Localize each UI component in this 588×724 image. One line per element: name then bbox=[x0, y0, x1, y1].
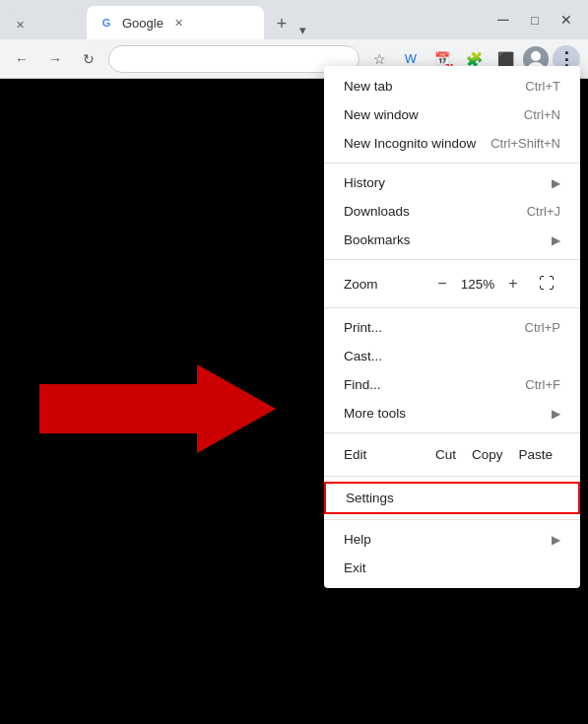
find-label: Find... bbox=[344, 377, 381, 392]
forward-button[interactable]: → bbox=[41, 45, 69, 73]
divider-5 bbox=[324, 476, 580, 477]
refresh-button[interactable]: ↻ bbox=[75, 45, 102, 73]
incognito-label: New Incognito window bbox=[344, 136, 476, 151]
bookmarks-arrow-icon: ▶ bbox=[552, 233, 560, 247]
zoom-label: Zoom bbox=[344, 277, 428, 292]
tab-close-btn[interactable]: ✕ bbox=[171, 15, 187, 31]
zoom-value: 125% bbox=[456, 277, 499, 292]
copy-button[interactable]: Copy bbox=[464, 443, 511, 466]
new-window-shortcut: Ctrl+N bbox=[524, 107, 560, 122]
help-label: Help bbox=[344, 532, 371, 547]
minimize-button[interactable]: ─ bbox=[493, 10, 513, 30]
close-button[interactable]: ✕ bbox=[556, 10, 576, 30]
menu-item-cast[interactable]: Cast... bbox=[324, 342, 580, 370]
inactive-tab-close[interactable]: ✕ bbox=[16, 19, 25, 32]
cut-button[interactable]: Cut bbox=[427, 443, 464, 466]
new-window-label: New window bbox=[344, 107, 419, 122]
history-arrow-icon: ▶ bbox=[552, 176, 560, 190]
divider-1 bbox=[324, 163, 580, 164]
divider-3 bbox=[324, 307, 580, 308]
zoom-minus-button[interactable]: − bbox=[428, 270, 456, 297]
red-arrow bbox=[39, 364, 276, 457]
tab-favicon: G bbox=[98, 15, 114, 31]
tab-bar: ✕ G Google ✕ + ▾ bbox=[8, 0, 490, 39]
downloads-shortcut: Ctrl+J bbox=[527, 204, 560, 219]
edit-row: Edit Cut Copy Paste bbox=[324, 438, 580, 471]
paste-button[interactable]: Paste bbox=[510, 443, 560, 466]
menu-item-help[interactable]: Help ▶ bbox=[324, 525, 580, 554]
zoom-plus-button[interactable]: + bbox=[499, 270, 527, 297]
cast-label: Cast... bbox=[344, 349, 382, 363]
menu-item-downloads[interactable]: Downloads Ctrl+J bbox=[324, 197, 580, 226]
new-tab-button[interactable]: + bbox=[268, 10, 295, 37]
window-controls: ─ □ ✕ bbox=[493, 10, 580, 30]
inactive-tab[interactable]: ✕ bbox=[8, 10, 87, 39]
browser-chrome: ✕ G Google ✕ + ▾ ─ □ ✕ bbox=[0, 0, 588, 39]
help-arrow-icon: ▶ bbox=[552, 533, 560, 547]
tab-title: Google bbox=[122, 16, 163, 31]
tab-dropdown-icon[interactable]: ▾ bbox=[299, 23, 306, 37]
context-menu: New tab Ctrl+T New window Ctrl+N New Inc… bbox=[324, 66, 580, 588]
divider-6 bbox=[324, 519, 580, 520]
zoom-row: Zoom − 125% + ⛶ bbox=[324, 265, 580, 302]
menu-item-history[interactable]: History ▶ bbox=[324, 168, 580, 197]
downloads-label: Downloads bbox=[344, 204, 410, 219]
divider-2 bbox=[324, 259, 580, 260]
divider-4 bbox=[324, 432, 580, 433]
more-tools-label: More tools bbox=[344, 406, 406, 421]
menu-item-bookmarks[interactable]: Bookmarks ▶ bbox=[324, 226, 580, 254]
history-label: History bbox=[344, 175, 385, 190]
maximize-button[interactable]: □ bbox=[525, 10, 545, 30]
menu-item-print[interactable]: Print... Ctrl+P bbox=[324, 313, 580, 342]
new-tab-label: New tab bbox=[344, 79, 393, 94]
menu-item-new-window[interactable]: New window Ctrl+N bbox=[324, 100, 580, 129]
menu-item-find[interactable]: Find... Ctrl+F bbox=[324, 370, 580, 399]
incognito-shortcut: Ctrl+Shift+N bbox=[490, 136, 560, 151]
exit-label: Exit bbox=[344, 560, 366, 575]
svg-marker-5 bbox=[39, 364, 276, 453]
menu-item-new-tab[interactable]: New tab Ctrl+T bbox=[324, 72, 580, 100]
active-tab[interactable]: G Google ✕ bbox=[87, 6, 264, 39]
more-tools-arrow-icon: ▶ bbox=[552, 407, 560, 421]
settings-label: Settings bbox=[346, 491, 394, 505]
menu-item-settings[interactable]: Settings bbox=[324, 482, 580, 514]
new-tab-shortcut: Ctrl+T bbox=[525, 79, 560, 94]
zoom-fullscreen-button[interactable]: ⛶ bbox=[533, 270, 560, 297]
svg-text:G: G bbox=[102, 17, 111, 29]
back-button[interactable]: ← bbox=[8, 45, 35, 73]
tab-controls: ▾ bbox=[299, 23, 306, 37]
edit-label: Edit bbox=[344, 447, 427, 462]
menu-item-exit[interactable]: Exit bbox=[324, 554, 580, 582]
svg-point-3 bbox=[531, 51, 541, 61]
menu-item-more-tools[interactable]: More tools ▶ bbox=[324, 399, 580, 428]
menu-item-incognito[interactable]: New Incognito window Ctrl+Shift+N bbox=[324, 129, 580, 158]
print-label: Print... bbox=[344, 320, 382, 335]
find-shortcut: Ctrl+F bbox=[525, 377, 560, 392]
address-bar[interactable] bbox=[108, 45, 359, 73]
bookmarks-label: Bookmarks bbox=[344, 232, 411, 247]
print-shortcut: Ctrl+P bbox=[525, 320, 560, 335]
